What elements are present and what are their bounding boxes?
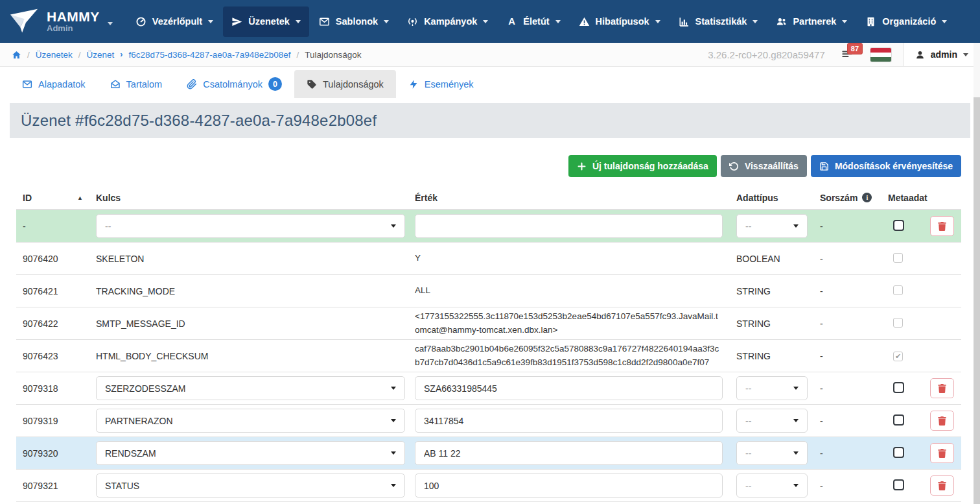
reset-button[interactable]: Visszaállítás — [721, 155, 807, 177]
nav-item-label: Vezérlőpult — [152, 16, 202, 27]
font-a-icon: A — [506, 16, 517, 27]
value-input[interactable] — [415, 441, 723, 465]
tab-csatolmanyok[interactable]: Csatolmányok0 — [174, 70, 294, 98]
home-icon[interactable] — [12, 50, 21, 60]
metadata-checkbox[interactable] — [893, 447, 904, 458]
nav-item-partnerek[interactable]: Partnerek — [767, 6, 856, 37]
delete-row-button[interactable] — [930, 216, 954, 236]
key-select[interactable]: PARTNERAZON — [96, 409, 405, 433]
tab-tartalom[interactable]: Tartalom — [98, 70, 175, 98]
row-ordinal: - — [820, 318, 823, 329]
type-select[interactable]: -- — [736, 214, 808, 238]
chevron-down-icon — [391, 387, 396, 390]
tab-label: Csatolmányok — [203, 79, 262, 90]
table-header: ID ▲ Kulcs Érték Adattípus Sorszám i Met… — [16, 186, 961, 210]
nav-item-uzenetek[interactable]: Üzenetek — [223, 6, 309, 37]
row-ordinal: - — [820, 481, 823, 491]
value-input[interactable] — [415, 409, 723, 433]
top-navbar: HAMMY Admin VezérlőpultÜzenetekSablonokK… — [0, 0, 980, 43]
metadata-checkbox[interactable] — [893, 382, 904, 393]
notification-badge: 87 — [847, 43, 863, 54]
nav-item-hibatipusok[interactable]: Hibatípusok — [570, 6, 669, 37]
tab-esemenyek[interactable]: Események — [396, 70, 486, 98]
chevron-down-icon — [793, 451, 799, 455]
username-label: admin — [931, 49, 957, 60]
row-ordinal: - — [820, 254, 823, 264]
delete-row-button[interactable] — [930, 443, 954, 463]
breadcrumb-bar: / Üzenetek / Üzenet › f6c28d75-d368-4287… — [0, 43, 980, 67]
tab-alapadatok[interactable]: Alapadatok — [10, 70, 98, 98]
info-icon: i — [862, 193, 872, 202]
column-header-ordinal[interactable]: Sorszám — [820, 193, 858, 203]
nav-item-statisztikak[interactable]: Statisztikák — [670, 6, 767, 37]
tab-label: Alapadatok — [38, 79, 86, 90]
metadata-checkbox — [893, 253, 903, 263]
nav-item-kampanyok[interactable]: Kampányok — [399, 6, 496, 37]
users-icon — [776, 16, 787, 27]
metadata-checkbox[interactable] — [893, 220, 904, 231]
column-header-key[interactable]: Kulcs — [96, 193, 415, 203]
key-select[interactable]: -- — [96, 214, 405, 238]
value-input[interactable] — [415, 474, 723, 498]
chart-icon — [679, 16, 690, 27]
delete-row-button[interactable] — [930, 378, 954, 398]
nav-item-organizacio[interactable]: Organizáció — [857, 6, 955, 37]
sort-ascending-icon: ▲ — [77, 195, 96, 201]
breadcrumb-link-message-id[interactable]: f6c28d75-d368-4287-ae0a-7a948e2b08ef — [129, 50, 291, 60]
nav-item-label: Organizáció — [882, 16, 936, 27]
key-select[interactable]: RENDSZAM — [96, 441, 405, 465]
brand[interactable]: HAMMY Admin — [9, 6, 113, 36]
chevron-down-icon — [391, 484, 396, 487]
type-select[interactable]: -- — [736, 474, 808, 498]
row-type: STRING — [736, 351, 771, 361]
trash-icon — [938, 384, 946, 393]
page-title: Üzenet #f6c28d75-d368-4287-ae0a-7a948e2b… — [21, 112, 377, 130]
type-select-value: -- — [745, 383, 751, 394]
column-header-type[interactable]: Adattípus — [736, 193, 820, 203]
table-body: ------9076420SKELETONYBOOLEAN-9076421TRA… — [16, 210, 961, 502]
nav-item-sablonok[interactable]: Sablonok — [310, 6, 397, 37]
apply-changes-button[interactable]: Módosítások érvényesítése — [811, 155, 961, 177]
row-value: caf78aab3bc2901b04b6e26095f32c5a5780883c… — [415, 342, 736, 370]
metadata-checkbox[interactable] — [893, 479, 904, 490]
row-ordinal: - — [820, 383, 823, 394]
value-input[interactable] — [415, 214, 723, 238]
type-select[interactable]: -- — [736, 376, 808, 400]
metadata-checkbox[interactable] — [893, 414, 904, 426]
user-menu[interactable]: admin — [903, 43, 980, 66]
add-property-button[interactable]: Új tulajdonság hozzáadása — [568, 155, 717, 177]
nav-item-vezerlopult[interactable]: Vezérlőpult — [127, 6, 222, 37]
breadcrumb-link-uzenetek[interactable]: Üzenetek — [36, 50, 73, 60]
trash-icon — [938, 449, 946, 458]
value-input[interactable] — [415, 376, 723, 400]
delete-row-button[interactable] — [930, 475, 954, 496]
tab-count-badge: 0 — [268, 77, 282, 91]
nav-item-eletut[interactable]: AÉletút — [498, 6, 568, 37]
row-id: 9076423 — [23, 351, 58, 361]
key-select[interactable]: SZERZODESSZAM — [96, 376, 405, 400]
trash-icon — [938, 222, 946, 231]
add-property-label: Új tulajdonság hozzáadása — [592, 161, 708, 171]
metadata-checkbox — [893, 318, 903, 328]
main-nav: VezérlőpultÜzenetekSablonokKampányokAÉle… — [127, 6, 955, 37]
tab-tulajdonsagok[interactable]: Tulajdonságok — [294, 70, 396, 98]
row-type: STRING — [736, 318, 771, 329]
row-id: 9076420 — [23, 254, 58, 264]
type-select[interactable]: -- — [736, 441, 808, 465]
chevron-down-icon — [108, 22, 113, 25]
key-select[interactable]: STATUS — [96, 474, 405, 498]
scrollbar-thumb[interactable] — [974, 97, 980, 504]
undo-icon — [729, 162, 739, 171]
breadcrumb-link-uzenet[interactable]: Üzenet — [87, 50, 115, 60]
version-label: 3.26.2-rc0+20.g820a59477 — [708, 49, 825, 60]
column-header-value[interactable]: Érték — [415, 193, 736, 203]
breadcrumb-current: Tulajdonságok — [305, 50, 361, 60]
notifications-list-icon[interactable]: 87 — [841, 49, 854, 60]
scrollbar[interactable] — [974, 43, 980, 504]
nav-item-label: Hibatípusok — [596, 16, 649, 27]
trash-icon — [938, 416, 946, 426]
column-header-id[interactable]: ID — [23, 193, 32, 203]
type-select[interactable]: -- — [736, 409, 808, 433]
hungarian-flag-icon[interactable] — [870, 48, 891, 62]
delete-row-button[interactable] — [930, 411, 954, 431]
